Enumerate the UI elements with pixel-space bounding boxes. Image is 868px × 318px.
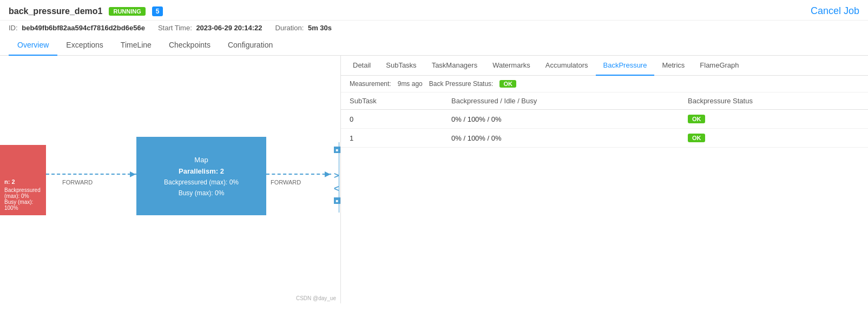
tab-exceptions[interactable]: Exceptions [57,35,111,56]
running-badge: RUNNING [109,7,145,16]
collapse-left-btn[interactable]: < [334,184,339,194]
arrow-left [46,174,136,175]
forward-label-right: FORWARD [271,179,301,186]
tab-checkpoints[interactable]: Checkpoints [160,35,219,56]
footer-note: CSDN @day_ue [296,295,336,301]
forward-label-left: FORWARD [62,179,93,186]
subtask-id: 0 [341,110,443,129]
node-red[interactable]: n: 2 Backpressured (max): 0% Busy (max):… [0,145,46,215]
node-red-name: n: 2 [4,178,42,185]
bp-status-label: Back Pressure Status: [429,80,494,88]
detail-tab-detail[interactable]: Detail [345,56,378,76]
node-blue-backpressured: Backpressured (max): 0% [164,178,239,186]
ok-status-badge: OK [688,134,706,142]
node-blue-busy: Busy (max): 0% [179,189,225,197]
detail-tab-flamegraph[interactable]: FlameGraph [692,56,746,76]
collapse-top-btn[interactable]: ■ [334,147,340,153]
table-row: 10% / 100% / 0%OK [341,129,868,148]
detail-tab-subtasks[interactable]: SubTasks [378,56,424,76]
bp-status-cell: OK [679,129,868,148]
node-blue[interactable]: Map Parallelism: 2 Backpressured (max): … [136,137,266,215]
table-row: 00% / 100% / 0%OK [341,110,868,129]
node-blue-title: Map [194,156,208,164]
col-header-bp-idle-busy: Backpressured / Idle / Busy [443,92,679,110]
job-title: back_pressure_demo1 [9,6,102,16]
measurement-value: 9ms ago [398,80,423,88]
detail-tabs: Detail SubTasks TaskManagers Watermarks … [341,56,868,76]
bp-info-bar: Measurement: 9ms ago Back Pressure Statu… [341,76,868,92]
main-tabs-bar: Overview Exceptions TimeLine Checkpoints… [0,35,868,56]
duration-value: 5m 30s [308,24,332,32]
detail-tab-metrics[interactable]: Metrics [654,56,692,76]
id-value: beb49fb6bf82aa594cf7816d2bd6e56e [22,24,145,32]
node-red-busy: Busy (max): 100% [4,199,42,211]
cancel-job-button[interactable]: Cancel Job [811,5,859,17]
bp-idle-busy-value: 0% / 100% / 0% [443,110,679,129]
bp-idle-busy-value: 0% / 100% / 0% [443,129,679,148]
graph-area: n: 2 Backpressured (max): 0% Busy (max):… [0,56,341,303]
tab-timeline[interactable]: TimeLine [112,35,160,56]
task-count-badge: 5 [152,6,163,16]
tab-overview[interactable]: Overview [9,35,57,56]
node-red-bp: Backpressured (max): 0% [4,187,42,199]
detail-tab-backpressure[interactable]: BackPressure [596,56,655,76]
col-header-bp-status: Backpressure Status [679,92,868,110]
node-blue-parallelism: Parallelism: 2 [179,167,224,175]
collapse-bot-btn[interactable]: ■ [334,197,340,204]
header-meta: ID: beb49fb6bf82aa594cf7816d2bd6e56e Sta… [0,21,868,35]
expand-right-btn[interactable]: > [334,171,339,181]
detail-tab-watermarks[interactable]: Watermarks [485,56,538,76]
detail-tab-accumulators[interactable]: Accumulators [538,56,596,76]
vertical-divider [339,142,339,213]
tab-configuration[interactable]: Configuration [219,35,281,56]
bp-status-ok-badge: OK [499,80,516,88]
detail-tab-taskmanagers[interactable]: TaskManagers [424,56,485,76]
header-bar: back_pressure_demo1 RUNNING 5 Cancel Job [0,0,868,21]
subtask-id: 1 [341,129,443,148]
measurement-label: Measurement: [350,80,391,88]
id-label: ID: beb49fb6bf82aa594cf7816d2bd6e56e [9,24,145,32]
detail-panel: Detail SubTasks TaskManagers Watermarks … [341,56,868,303]
table-header-row: SubTask Backpressured / Idle / Busy Back… [341,92,868,110]
arrow-head-right: ▶ [325,169,331,178]
subtask-table: SubTask Backpressured / Idle / Busy Back… [341,92,868,148]
ok-status-badge: OK [688,115,706,123]
bp-status-cell: OK [679,110,868,129]
start-time-value: 2023-06-29 20:14:22 [196,24,262,32]
arrow-head-left: ▶ [130,169,136,178]
arrow-right [266,174,331,175]
header-left: back_pressure_demo1 RUNNING 5 [9,6,163,16]
main-content: n: 2 Backpressured (max): 0% Busy (max):… [0,56,868,303]
start-time-meta: Start Time: 2023-06-29 20:14:22 [158,24,262,32]
duration-meta: Duration: 5m 30s [275,24,332,32]
col-header-subtask: SubTask [341,92,443,110]
